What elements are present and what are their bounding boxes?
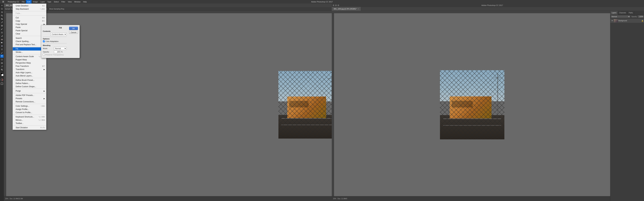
opacity-dialog-input[interactable] xyxy=(54,50,60,53)
menu-purge[interactable]: Purge ▶ xyxy=(13,89,46,93)
doc2-tab-channels[interactable]: Channels xyxy=(618,11,628,15)
doc2-tab-layers[interactable]: Layers xyxy=(610,11,618,15)
menu-define-brush[interactable]: Define Brush Preset... xyxy=(13,79,46,82)
tool-type[interactable]: T xyxy=(0,54,4,58)
menu-define-custom-shape[interactable]: Define Custom Shape... xyxy=(13,85,46,88)
menu-copy[interactable]: Copy ⌘C xyxy=(13,19,46,22)
menu-image[interactable]: Image xyxy=(32,0,39,3)
doc2-canvas-content xyxy=(332,11,610,196)
blending-label: Blending xyxy=(43,44,67,46)
fill-divider-2 xyxy=(43,43,67,43)
menu-menus[interactable]: Menus... ⌥⇧⌘M xyxy=(13,118,46,122)
menu-color-settings[interactable]: Color Settings... ⇧⌘K xyxy=(13,104,46,108)
svg-point-12 xyxy=(2,49,2,50)
menu-auto-blend[interactable]: Auto-Blend Layers... xyxy=(13,74,46,77)
svg-line-2 xyxy=(2,16,3,16)
menu-keyboard-shortcuts[interactable]: Keyboard Shortcuts... ⌥⇧⌘K xyxy=(13,115,46,118)
blend-mode-select[interactable]: Normal xyxy=(54,47,67,50)
svg-point-14 xyxy=(1,53,2,54)
tool-clone-stamp[interactable] xyxy=(0,31,4,34)
mode-label: Mode: xyxy=(43,47,53,49)
menu-view[interactable]: View xyxy=(66,0,73,3)
doc2-minimize-btn[interactable] xyxy=(335,4,337,6)
doc2-layer-row[interactable]: 👁 Background 🔒 xyxy=(610,18,644,23)
doc2-zoom-btn[interactable] xyxy=(338,4,339,6)
tool-history-brush[interactable] xyxy=(0,34,4,37)
apple-menu[interactable]: ⌘ xyxy=(0,0,6,3)
preserve-transparency-checkbox[interactable] xyxy=(43,54,45,56)
tool-path-select[interactable] xyxy=(0,58,4,61)
background-color-swatch[interactable] xyxy=(2,74,4,76)
doc2-tab[interactable]: IMG_1650.jpg @ 25% (RGB/8) * × xyxy=(332,7,361,11)
menu-photoshop[interactable]: Photoshop CC xyxy=(6,0,20,3)
tool-eraser[interactable] xyxy=(0,38,4,41)
doc2-tab-paths[interactable]: Paths xyxy=(628,11,634,15)
menu-free-transform[interactable]: Free Transform ⌘T xyxy=(13,64,46,68)
screen-mode-btn[interactable] xyxy=(1,82,3,85)
tool-hand[interactable] xyxy=(0,65,4,68)
fill-dialog: Fill Contents Content-Aware Options Colo… xyxy=(41,25,80,58)
tool-lasso[interactable] xyxy=(0,11,4,14)
contents-select[interactable]: Content-Aware xyxy=(50,33,67,36)
menu-pdf-presets[interactable]: Adobe PDF Presets... xyxy=(13,94,46,97)
menu-start-dictation[interactable]: Start Dictation Fn Fn xyxy=(13,126,46,129)
doc2-close-btn[interactable] xyxy=(333,4,334,6)
tool-gradient[interactable] xyxy=(0,41,4,44)
menu-remote-connections[interactable]: Remote Connections... xyxy=(13,100,46,103)
menu-assign-profile[interactable]: Assign Profile... xyxy=(13,108,46,111)
menu-define-pattern[interactable]: Define Pattern... xyxy=(13,82,46,85)
menu-convert-profile[interactable]: Convert to Profile... xyxy=(13,111,46,114)
menu-transform[interactable]: Transform ▶ xyxy=(13,68,46,71)
tool-eyedropper[interactable] xyxy=(0,21,4,24)
doc2-opacity-input[interactable] xyxy=(638,15,644,18)
menu-help[interactable]: Help xyxy=(82,0,88,3)
doc2-tab-close[interactable]: × xyxy=(358,8,359,10)
menu-presets[interactable]: Presets ▶ xyxy=(13,97,46,100)
doc2-canvas[interactable] xyxy=(334,13,610,196)
menu-type[interactable]: Type xyxy=(46,0,52,3)
doc2-zoom-display: 25% xyxy=(333,198,336,200)
fill-ok-button[interactable]: OK xyxy=(69,27,78,30)
color-adaptation-checkbox[interactable] xyxy=(43,40,45,42)
doc2-vertical-ruler xyxy=(332,13,334,196)
tool-move[interactable] xyxy=(0,4,4,7)
tool-dodge[interactable] xyxy=(0,48,4,51)
doc2-layer-name: Background xyxy=(618,20,627,21)
menu-toolbar[interactable]: Toolbar... xyxy=(13,122,46,125)
show-sampling-ring-label: Show Sampling Ring xyxy=(49,8,64,10)
tool-marquee[interactable] xyxy=(0,7,4,10)
tool-shape[interactable] xyxy=(0,61,4,64)
menu-layer[interactable]: Layer xyxy=(39,0,46,3)
menu-filter[interactable]: Filter xyxy=(60,0,66,3)
doc2-image xyxy=(440,70,504,139)
menu-file[interactable]: File xyxy=(20,0,26,3)
doc2-horizontal-ruler xyxy=(332,11,610,13)
menu-step-backward[interactable]: Step Backward ⌥⌘Z xyxy=(13,7,46,11)
tool-brush[interactable] xyxy=(0,27,4,31)
fill-cancel-button[interactable]: Cancel xyxy=(69,30,78,34)
tool-spot-heal[interactable] xyxy=(0,24,4,27)
menu-window[interactable]: Window xyxy=(73,0,82,3)
tool-pen[interactable] xyxy=(0,51,4,54)
fill-dialog-content: Contents Content-Aware Options Color Ada… xyxy=(43,30,67,56)
menu-perspective-warp[interactable]: Perspective Warp xyxy=(13,61,46,64)
quick-mask-btn[interactable] xyxy=(0,78,4,82)
doc2-layer-eye[interactable]: 👁 xyxy=(611,20,613,22)
svg-rect-15 xyxy=(1,63,2,64)
menu-puppet-warp[interactable]: Puppet Warp xyxy=(13,58,46,61)
menu-cut[interactable]: Cut ⌘X xyxy=(13,16,46,19)
tool-crop[interactable] xyxy=(0,17,4,20)
tool-quick-select[interactable] xyxy=(0,14,4,17)
menu-divider-2 xyxy=(13,15,46,16)
tool-blur[interactable] xyxy=(0,44,4,48)
document-2: Adobe Photoshop CC 2017 IMG_1650.jpg @ 2… xyxy=(332,3,644,201)
main-content: T IMG_1650.jpg @ 25% (RGB/8) xyxy=(0,3,644,201)
doc2-blend-select[interactable]: Normal xyxy=(611,15,630,18)
menu-select[interactable]: Select xyxy=(52,0,60,3)
menu-edit[interactable]: Edit xyxy=(26,0,32,3)
tool-zoom[interactable] xyxy=(0,68,4,71)
doc1-doc-info: Doc: 22.9M/22.9M xyxy=(10,198,23,200)
menu-divider-7 xyxy=(13,89,46,89)
menu-undo-deselect[interactable]: Undo Deselect ⌘Z xyxy=(13,4,46,7)
menu-auto-align[interactable]: Auto-Align Layers... xyxy=(13,71,46,74)
